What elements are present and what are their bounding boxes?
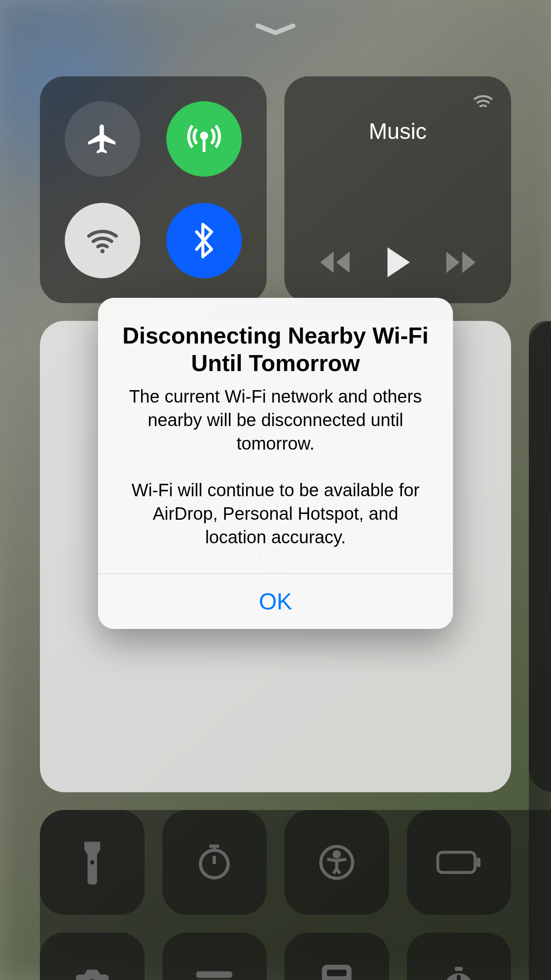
alert-backdrop: Disconnecting Nearby Wi-Fi Until Tomorro… xyxy=(0,0,551,980)
alert-dialog: Disconnecting Nearby Wi-Fi Until Tomorro… xyxy=(98,298,453,628)
alert-message: The current Wi-Fi network and others nea… xyxy=(120,385,431,549)
alert-ok-button[interactable]: OK xyxy=(98,574,453,629)
alert-title: Disconnecting Nearby Wi-Fi Until Tomorro… xyxy=(120,322,431,377)
